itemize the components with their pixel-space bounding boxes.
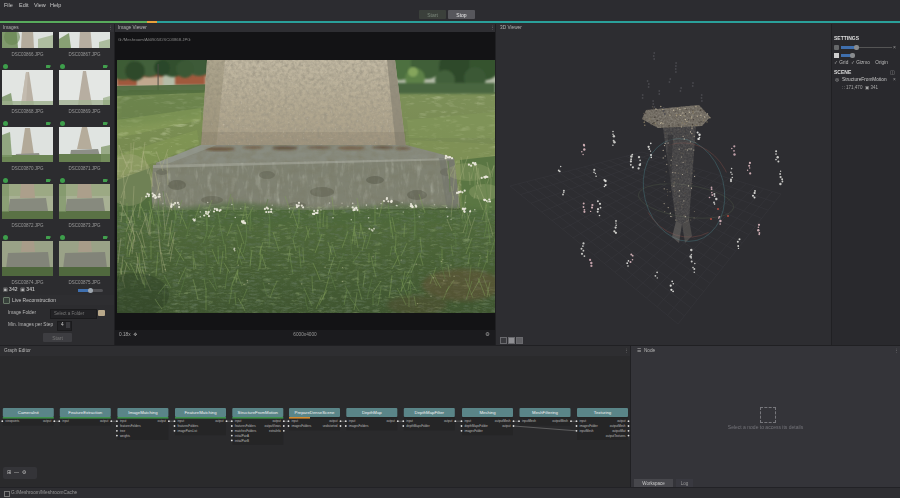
svg-text:MeshFiltering: MeshFiltering <box>532 410 558 415</box>
svg-text:initialPairA: initialPairA <box>235 434 249 438</box>
svg-text:DepthMap: DepthMap <box>362 410 382 415</box>
svg-text:output: output <box>272 419 281 423</box>
svg-text:matchesFolders: matchesFolders <box>235 429 257 433</box>
svg-text:undistorted: undistorted <box>323 424 338 428</box>
svg-text:input: input <box>120 419 127 423</box>
svg-text:outputMesh: outputMesh <box>495 419 511 423</box>
svg-text:input: input <box>292 419 299 423</box>
svg-text:outputTextures: outputTextures <box>606 434 626 438</box>
svg-text:featuresFolders: featuresFolders <box>120 424 141 428</box>
svg-text:extraInfo: extraInfo <box>269 429 281 433</box>
svg-text:inputMesh: inputMesh <box>522 419 536 423</box>
svg-text:weights: weights <box>120 434 131 438</box>
svg-text:outputViews: outputViews <box>265 424 282 428</box>
svg-text:output: output <box>158 419 167 423</box>
svg-text:CameraInit: CameraInit <box>18 410 40 415</box>
svg-text:initialPairB: initialPairB <box>235 439 249 443</box>
svg-text:input: input <box>465 419 472 423</box>
svg-text:output: output <box>502 424 511 428</box>
svg-text:viewpoints: viewpoints <box>5 419 20 423</box>
svg-text:outputMesh: outputMesh <box>552 419 568 423</box>
svg-text:featuresFolders: featuresFolders <box>235 424 256 428</box>
svg-text:output: output <box>617 419 626 423</box>
svg-text:imagePairsList: imagePairsList <box>178 429 198 433</box>
svg-text:outputMat: outputMat <box>612 429 626 433</box>
svg-text:FeatureMatching: FeatureMatching <box>184 410 217 415</box>
svg-text:input: input <box>62 419 69 423</box>
svg-text:outputMesh: outputMesh <box>610 424 626 428</box>
svg-text:input: input <box>580 419 587 423</box>
svg-text:StructureFromMotion: StructureFromMotion <box>238 410 279 415</box>
svg-text:input: input <box>235 419 242 423</box>
svg-text:output: output <box>215 419 224 423</box>
svg-text:depthMapsFolder: depthMapsFolder <box>465 424 488 428</box>
svg-text:input: input <box>406 419 413 423</box>
svg-text:FeatureExtraction: FeatureExtraction <box>68 410 103 415</box>
svg-text:Texturing: Texturing <box>594 410 612 415</box>
svg-text:Meshing: Meshing <box>479 410 496 415</box>
svg-text:tree: tree <box>120 429 126 433</box>
svg-text:featuresFolders: featuresFolders <box>178 424 199 428</box>
svg-text:output: output <box>444 419 453 423</box>
svg-text:PrepareDenseScene: PrepareDenseScene <box>295 410 336 415</box>
svg-text:DepthMapFilter: DepthMapFilter <box>415 410 445 415</box>
svg-text:ImageMatching: ImageMatching <box>128 410 158 415</box>
svg-text:output: output <box>100 419 109 423</box>
svg-text:input: input <box>349 419 356 423</box>
svg-text:output: output <box>386 419 395 423</box>
svg-text:output: output <box>329 419 338 423</box>
svg-text:inputMesh: inputMesh <box>580 429 594 433</box>
svg-text:imagesFolders: imagesFolders <box>349 424 369 428</box>
svg-text:output: output <box>43 419 52 423</box>
svg-text:imagesFolder: imagesFolder <box>465 429 483 433</box>
svg-text:input: input <box>178 419 185 423</box>
svg-text:imagesFolder: imagesFolder <box>580 424 598 428</box>
svg-text:depthMapsFolder: depthMapsFolder <box>406 424 429 428</box>
svg-text:imagesFolders: imagesFolders <box>292 424 312 428</box>
